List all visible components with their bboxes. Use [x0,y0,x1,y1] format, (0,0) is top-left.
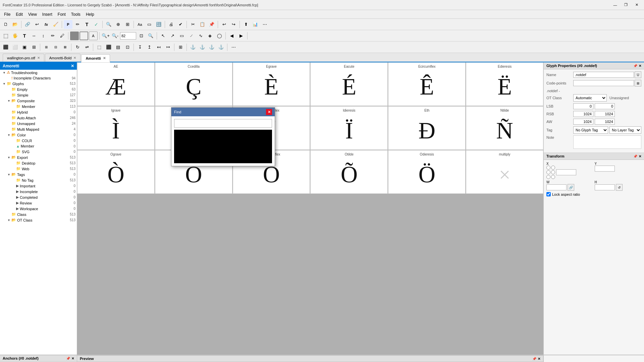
glyph-cell-Ograve[interactable]: Ograve Ò [77,150,155,194]
menu-help[interactable]: Help [83,11,97,18]
menu-edit[interactable]: Edit [13,11,25,18]
prop-codepoints-btn[interactable]: ⊞ [635,80,641,86]
tab-close-wallington[interactable]: ✕ [37,56,40,60]
tb-paste[interactable]: 📌 [207,20,216,29]
tab-wallington[interactable]: wallington-pro.otf ✕ [3,54,44,62]
tb-g1[interactable]: ⬚ [95,43,104,52]
tree-item-3[interactable]: ▼📁Empty63 [0,86,77,92]
tb-more2[interactable]: ⋯ [229,43,238,52]
glyph-cell-Edieresis[interactable]: Edieresis Ë [466,62,543,106]
tb-copy[interactable]: 📋 [198,20,207,29]
tree-item-12[interactable]: ▼📁COLR0 [0,138,77,143]
tree-item-23[interactable]: ▼▶Review0 [0,200,77,206]
radio-x5[interactable] [546,175,550,179]
tb-cut[interactable]: ✂ [189,20,197,29]
glyph-cell-Otilde[interactable]: Otilde Õ [310,150,388,194]
tree-close[interactable]: ✕ [71,64,74,68]
transform-w-input[interactable] [546,184,567,190]
tb-size[interactable]: ↔ [30,32,38,40]
menu-view[interactable]: View [25,11,40,18]
minimize-button[interactable]: — [610,2,620,8]
tb-zoom-out[interactable]: 🔍- [111,32,119,40]
tree-item-24[interactable]: ▼▶Workspace0 [0,206,77,212]
menu-insert[interactable]: Insert [40,11,55,18]
tb-char[interactable]: Aa [136,20,144,29]
prop-otclass-select[interactable]: Automatic [573,94,607,102]
transform-h-input[interactable] [595,184,615,190]
radio-x4[interactable] [551,170,555,174]
find-dialog-close[interactable]: ✕ [266,109,272,115]
tree-item-18[interactable]: ▼📂Tags0 [0,172,77,177]
tree-item-13[interactable]: ▼▲Member0 [0,143,77,149]
tb-sq1[interactable]: ⬛ [1,43,10,52]
tb-left[interactable]: ◀ [227,32,236,40]
tb-type[interactable]: T [83,20,91,29]
glyph-cell-Ecircumflex[interactable]: Ecircumflex Ê [388,62,466,106]
tree-item-0[interactable]: ▼⚠Troubleshooting [0,70,77,75]
glyph-cell-Ccedilla[interactable]: Ccedilla Ç [155,62,232,106]
tb-sq4[interactable]: ⊞ [30,43,38,52]
tree-item-16[interactable]: ▼📁Desktop513 [0,160,77,166]
glyph-scroll[interactable]: AE Æ Ccedilla Ç Egrave È Eacute É Ecircu… [77,62,543,355]
tb-node[interactable]: ◈ [206,32,214,40]
prop-tag-layer-select[interactable]: No Layer Tag [609,126,641,134]
tb-new[interactable]: 🗋 [1,20,10,29]
glyph-props-close[interactable]: ✕ [639,64,641,68]
tb-link[interactable]: 🔗 [23,20,32,29]
glyph-cell-Idieresis[interactable]: Idieresis Ï [310,106,388,150]
tb-rotate[interactable]: ↻ [73,43,82,52]
tb-zoom-full[interactable]: ⊡ [137,32,146,40]
tree-item-22[interactable]: ▼▶Completed0 [0,194,77,200]
menu-file[interactable]: File [1,11,13,18]
tb-right[interactable]: ▶ [237,32,246,40]
prop-name-input[interactable] [573,72,634,78]
tree-item-10[interactable]: ▼📁Multi Mapped4 [0,126,77,132]
glyph-cell-Igrave[interactable]: Igrave Ì [77,106,155,150]
glyph-cell-Egrave[interactable]: Egrave È [233,62,310,106]
tree-item-25[interactable]: ▼📁Class513 [0,212,77,217]
tree-item-11[interactable]: ▼📂Color0 [0,132,77,138]
glyph-cell-AE[interactable]: AE Æ [77,62,155,106]
tb-table[interactable]: ⊞ [176,43,185,52]
glyph-cell-Ntilde[interactable]: Ntilde Ñ [466,106,543,150]
prop-codepoints-input[interactable] [573,80,634,86]
prop-rsb-right-input[interactable] [595,111,615,117]
tb-t1[interactable]: ⊞ [42,43,51,52]
tb-import[interactable]: 📊 [251,20,260,29]
tb-flip[interactable]: ↕ [39,32,48,40]
tb-p[interactable]: P [64,20,72,29]
prop-tag-glyph-select[interactable]: No Glyph Tag [573,126,608,134]
tb-sq2[interactable]: ⬜ [11,43,19,52]
tb-zoom-fit[interactable]: ⊕ [114,20,122,29]
glyph-cell-Eacute[interactable]: Eacute É [310,62,388,106]
tb-fill-outline[interactable] [79,32,88,40]
transform-x-input[interactable] [556,169,576,175]
glyph-cell-multiply[interactable]: multiply × [466,150,543,194]
tab-close-amoretti-bold[interactable]: ✕ [73,56,76,60]
prop-note-textarea[interactable] [573,135,641,149]
lock-aspect-checkbox[interactable] [546,192,551,196]
radio-x2[interactable] [551,166,555,170]
transform-w-link[interactable]: 🔗 [568,184,574,191]
tree-item-20[interactable]: ▼▶Important0 [0,183,77,189]
tree-item-26[interactable]: ▼📂OT Class513 [0,217,77,223]
tree-item-15[interactable]: ▼📂Export513 [0,155,77,160]
menu-tools[interactable]: Tools [68,11,83,18]
tb-anchor2[interactable]: ⚓ [198,43,207,52]
transform-close[interactable]: ✕ [639,155,641,158]
tab-close-amoretti[interactable]: ✕ [103,56,106,60]
menu-font[interactable]: Font [55,11,68,18]
tb-g5[interactable]: ↧ [136,43,144,52]
glyph-props-pin[interactable]: 📌 [633,64,637,68]
tb-text2[interactable]: A [89,32,98,40]
tb-box[interactable]: ▭ [145,20,154,29]
tb-glyphs[interactable]: ⊞ [123,20,132,29]
tb-check[interactable]: ✓ [92,20,101,29]
tree-item-8[interactable]: ▼📁Auto Attach246 [0,115,77,121]
transform-rotate-btn[interactable]: ↺ [616,184,623,191]
tb-g2[interactable]: ⬛ [104,43,113,52]
tb-sq3[interactable]: ▣ [20,43,29,52]
tree-content[interactable]: ▼⚠Troubleshooting▼!Incomplete Characters… [0,70,77,355]
tb-t3[interactable]: ⊠ [61,43,69,52]
tb-edit2[interactable]: ✏ [73,20,82,29]
